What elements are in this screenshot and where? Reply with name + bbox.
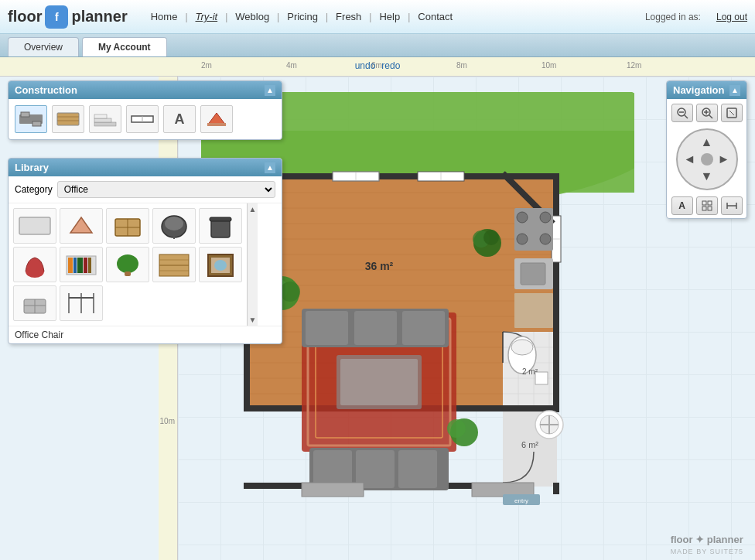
construction-collapse-btn[interactable]: ▲ xyxy=(265,85,275,96)
svg-rect-118 xyxy=(125,271,131,276)
svg-text:36 m²: 36 m² xyxy=(365,260,394,272)
lib-item-table[interactable] xyxy=(60,285,103,321)
svg-point-62 xyxy=(483,230,499,245)
nav-zoom-controls xyxy=(667,99,746,125)
category-select[interactable]: Office Living Room Kitchen Bedroom Bathr… xyxy=(57,181,275,198)
nav-try-it[interactable]: Try-it xyxy=(188,11,226,22)
svg-rect-109 xyxy=(210,217,231,221)
logout-link[interactable]: Log out xyxy=(716,12,747,22)
floor-tool[interactable] xyxy=(52,105,84,133)
lib-item-plant[interactable] xyxy=(106,247,149,282)
zoom-out-btn[interactable] xyxy=(671,104,693,122)
lib-item-bookcase-2[interactable] xyxy=(152,247,196,282)
scroll-up-btn[interactable]: ▲ xyxy=(248,203,258,215)
nav-btn-grid[interactable] xyxy=(696,196,718,215)
ruler-top: undo redo 2m 4m 6m 8m 10m 12m xyxy=(0,57,755,77)
compass-left-btn[interactable]: ◄ xyxy=(679,149,701,170)
undo-redo: undo redo xyxy=(355,60,401,71)
svg-point-74 xyxy=(511,340,533,355)
svg-line-141 xyxy=(729,111,734,115)
text-tool[interactable]: A xyxy=(163,105,196,133)
library-scrollbar: ▲ ▼ xyxy=(247,203,258,326)
nav-fresh[interactable]: Fresh xyxy=(328,11,369,22)
footer-tagline: MADE BY SUITE75 xyxy=(671,548,743,555)
library-title: Library xyxy=(15,162,49,173)
window-tool[interactable] xyxy=(126,105,159,133)
watermark: floor ✦ planner MADE BY SUITE75 xyxy=(671,534,743,556)
compass-right-btn[interactable]: ► xyxy=(713,149,735,170)
svg-rect-83 xyxy=(302,483,364,497)
tab-my-account[interactable]: My Account xyxy=(82,37,167,56)
erase-tool[interactable] xyxy=(200,105,233,133)
svg-rect-33 xyxy=(553,483,559,494)
library-grid xyxy=(9,203,247,326)
svg-point-106 xyxy=(165,217,183,230)
nav-pricing[interactable]: Pricing xyxy=(279,11,326,22)
nav-btn-fit-all[interactable] xyxy=(721,196,743,215)
construction-panel: Construction ▲ A xyxy=(8,80,282,140)
scroll-down-btn[interactable]: ▼ xyxy=(248,314,258,326)
nav-collapse-btn[interactable]: ▲ xyxy=(729,85,740,96)
nav-contact[interactable]: Contact xyxy=(410,11,460,22)
compass-center xyxy=(701,153,713,166)
library-collapse-btn[interactable]: ▲ xyxy=(265,162,275,173)
lib-item-label: Office Chair xyxy=(9,326,282,343)
logged-in-text: Logged in as: xyxy=(645,12,701,22)
svg-rect-99 xyxy=(207,123,226,126)
nav-home[interactable]: Home xyxy=(143,11,186,22)
svg-rect-145 xyxy=(708,207,712,210)
nav-compass: ▲ ▼ ◄ ► xyxy=(676,128,738,190)
wall-tool[interactable] xyxy=(15,105,47,133)
svg-rect-94 xyxy=(94,118,111,122)
library-category: Category Office Living Room Kitchen Bedr… xyxy=(9,176,282,203)
nav-weblog[interactable]: Weblog xyxy=(227,11,277,22)
zoom-in-btn[interactable] xyxy=(696,104,718,122)
redo-button[interactable]: redo xyxy=(381,60,400,71)
category-label: Category xyxy=(15,184,53,195)
svg-point-125 xyxy=(214,260,227,271)
lib-item-office-chair[interactable] xyxy=(152,208,196,244)
svg-rect-115 xyxy=(84,258,87,273)
svg-rect-93 xyxy=(94,122,116,126)
ruler-mark-2m: 2m xyxy=(201,61,212,70)
ruler-mark-4m: 4m xyxy=(286,61,297,70)
lib-item-desk-chair[interactable] xyxy=(13,285,56,321)
svg-point-117 xyxy=(117,254,138,273)
lib-item-picture[interactable] xyxy=(199,247,242,282)
footer-brand: floor ✦ planner xyxy=(671,534,743,545)
svg-point-66 xyxy=(517,212,528,223)
zoom-fit-btn[interactable] xyxy=(721,104,743,122)
navigation-panel: Navigation ▲ ▲ ▼ ◄ ► A xyxy=(666,80,747,219)
svg-rect-100 xyxy=(19,217,50,234)
svg-point-67 xyxy=(540,212,551,223)
nav-btn-a[interactable]: A xyxy=(671,196,693,215)
nav-links: Home | Try-it | Weblog | Pricing | Fresh… xyxy=(143,11,460,22)
svg-marker-101 xyxy=(70,217,92,233)
lib-item-bookshelf[interactable] xyxy=(60,247,103,282)
nav-help[interactable]: Help xyxy=(371,11,408,22)
lib-item-box[interactable] xyxy=(106,208,149,244)
svg-line-135 xyxy=(685,115,688,118)
lib-item-vase[interactable] xyxy=(13,247,56,282)
svg-rect-88 xyxy=(21,112,29,117)
svg-rect-108 xyxy=(211,219,230,237)
library-grid-wrapper: ▲ ▼ xyxy=(9,203,282,326)
svg-rect-71 xyxy=(521,263,545,285)
svg-text:entry: entry xyxy=(514,497,528,504)
header: floor f planner Home | Try-it | Weblog |… xyxy=(0,0,755,34)
stair-tool[interactable] xyxy=(89,105,121,133)
svg-line-139 xyxy=(709,115,712,118)
ruler-mark-10m: 10m xyxy=(541,61,556,70)
ruler-mark-left-10m: 10m xyxy=(160,417,175,425)
lib-item-hand[interactable] xyxy=(60,208,103,244)
lib-item-desk[interactable] xyxy=(13,208,56,244)
ruler-mark-8m: 8m xyxy=(456,61,467,70)
tab-overview[interactable]: Overview xyxy=(8,37,79,56)
undo-button[interactable]: undo xyxy=(355,60,376,71)
svg-text:2 m²: 2 m² xyxy=(522,367,538,376)
lib-item-bin[interactable] xyxy=(199,208,242,244)
svg-point-68 xyxy=(517,234,528,244)
svg-rect-56 xyxy=(398,450,437,488)
svg-rect-48 xyxy=(340,359,418,405)
svg-rect-51 xyxy=(354,311,397,345)
